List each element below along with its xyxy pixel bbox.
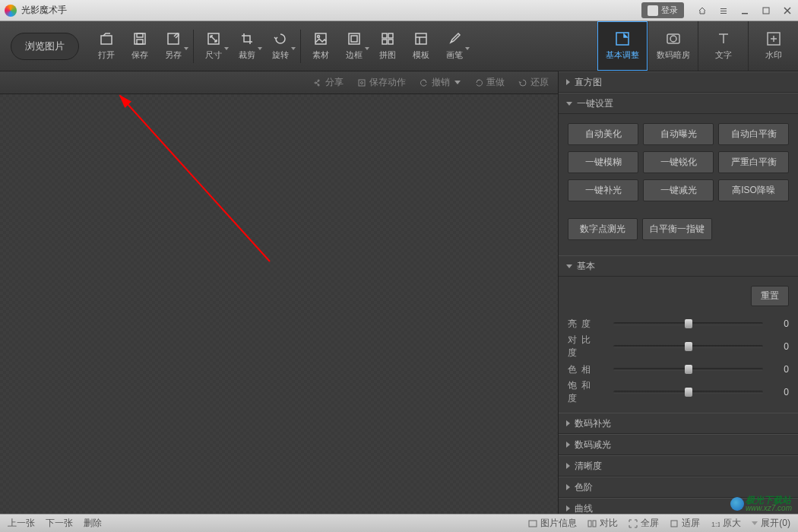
section-collapsed[interactable]: 数码补光 — [559, 413, 798, 434]
text-icon — [715, 31, 732, 46]
open-icon — [99, 31, 114, 46]
slider-色相: 色相0 — [568, 358, 789, 381]
chevron-down-icon — [465, 47, 470, 50]
size-icon — [206, 31, 221, 46]
slider-value: 0 — [771, 387, 789, 397]
login-label: 登录 — [661, 5, 678, 16]
svg-rect-11 — [315, 33, 326, 44]
oneclick-button[interactable]: 自动曝光 — [643, 123, 714, 145]
share-button[interactable]: 分享 — [313, 76, 344, 89]
saveas-icon — [166, 31, 181, 46]
canvas-area: 分享 保存动作 撤销 重做 还原 — [0, 71, 558, 514]
main-toolbar: 浏览图片 打开保存另存尺寸裁剪旋转素材边框拼图模板画笔 基本调整数码暗房文字水印 — [0, 21, 798, 71]
chevron-right-icon — [566, 484, 570, 490]
oneclick-button[interactable]: 数字点测光 — [568, 218, 638, 240]
titlebar: 光影魔术手 登录 — [0, 0, 798, 21]
svg-text:1:1: 1:1 — [711, 521, 720, 528]
oneclick-button[interactable]: 一键减光 — [643, 179, 714, 201]
undo-button[interactable]: 撤销 — [420, 76, 461, 89]
oneclick-button[interactable]: 严重白平衡 — [718, 151, 789, 173]
close-button[interactable] — [777, 3, 798, 18]
slider-thumb[interactable] — [685, 388, 692, 397]
frame-icon — [347, 31, 362, 46]
oneclick-button[interactable]: 自动白平衡 — [718, 123, 789, 145]
maximize-button[interactable] — [755, 3, 777, 18]
section-collapsed[interactable]: 数码减光 — [559, 434, 798, 455]
toolbar-saveas-button[interactable]: 另存 — [157, 31, 190, 61]
darkroom-icon — [665, 31, 682, 46]
svg-rect-27 — [529, 521, 537, 527]
fit-screen-button[interactable]: 适屏 — [670, 517, 700, 530]
toolbar-collage-button[interactable]: 拼图 — [371, 31, 404, 61]
chevron-down-icon — [752, 521, 758, 525]
slider-label: 色相 — [568, 363, 606, 376]
slider-thumb[interactable] — [685, 365, 692, 374]
slider-thumb[interactable] — [685, 342, 692, 351]
chevron-right-icon — [566, 463, 570, 469]
slider-track[interactable] — [613, 368, 763, 371]
home-button[interactable] — [692, 3, 713, 18]
toolbar-crop-button[interactable]: 裁剪 — [230, 31, 264, 61]
section-basic[interactable]: 基本 — [559, 255, 798, 277]
restore-button[interactable]: 还原 — [518, 76, 549, 89]
tab-watermark[interactable]: 水印 — [748, 21, 798, 71]
delete-button[interactable]: 删除 — [84, 517, 102, 530]
toolbar-template-button[interactable]: 模板 — [404, 31, 438, 61]
toolbar-frame-button[interactable]: 边框 — [337, 31, 371, 61]
tab-text[interactable]: 文字 — [698, 21, 748, 71]
reset-button[interactable]: 重置 — [751, 286, 789, 306]
tab-adjust[interactable]: 基本调整 — [597, 21, 648, 71]
prev-image-button[interactable]: 上一张 — [8, 517, 35, 530]
image-info-button[interactable]: 图片信息 — [528, 517, 577, 530]
browse-images-button[interactable]: 浏览图片 — [11, 33, 79, 60]
toolbar-save-button[interactable]: 保存 — [123, 31, 157, 61]
toolbar-rotate-button[interactable]: 旋转 — [264, 31, 297, 61]
app-icon — [5, 5, 17, 17]
login-button[interactable]: 登录 — [641, 2, 684, 18]
svg-rect-24 — [359, 80, 365, 86]
oneclick-button[interactable]: 一键模糊 — [568, 151, 638, 173]
slider-thumb[interactable] — [685, 319, 692, 328]
svg-rect-30 — [671, 521, 677, 527]
canvas[interactable] — [0, 94, 558, 514]
svg-rect-20 — [616, 33, 629, 45]
slider-track[interactable] — [613, 391, 763, 394]
svg-rect-2 — [720, 13, 727, 14]
watermark-icon — [765, 31, 782, 46]
tab-darkroom[interactable]: 数码暗房 — [648, 21, 698, 71]
slider-亮度: 亮度0 — [568, 312, 789, 335]
toolbar-size-button[interactable]: 尺寸 — [197, 31, 230, 61]
save-action-button[interactable]: 保存动作 — [357, 76, 406, 89]
statusbar: 上一张 下一张 删除 图片信息 对比 全屏 适屏 1:1原大 展开(0) — [0, 514, 798, 532]
slider-label: 饱和度 — [568, 379, 606, 405]
oneclick-button[interactable]: 一键补光 — [568, 179, 638, 201]
section-histogram[interactable]: 直方图 — [559, 71, 798, 93]
compare-button[interactable]: 对比 — [587, 517, 618, 530]
basic-body: 重置 亮度0对比度0色相0饱和度0 — [559, 277, 798, 413]
minimize-button[interactable] — [734, 3, 755, 18]
slider-track[interactable] — [613, 345, 763, 348]
settings-button[interactable] — [713, 3, 734, 18]
svg-rect-28 — [588, 521, 591, 527]
section-collapsed[interactable]: 清晰度 — [559, 455, 798, 477]
svg-rect-1 — [720, 11, 727, 11]
oneclick-button[interactable]: 自动美化 — [568, 123, 638, 145]
oneclick-button[interactable]: 一键锐化 — [643, 151, 714, 173]
toolbar-open-button[interactable]: 打开 — [90, 31, 123, 61]
section-oneclick[interactable]: 一键设置 — [559, 93, 798, 114]
toolbar-material-button[interactable]: 素材 — [304, 31, 337, 61]
svg-point-12 — [318, 36, 320, 38]
next-image-button[interactable]: 下一张 — [46, 517, 73, 530]
fullscreen-button[interactable]: 全屏 — [629, 517, 659, 530]
svg-rect-19 — [416, 33, 426, 44]
chevron-down-icon — [566, 264, 572, 268]
material-icon — [313, 31, 328, 46]
oneclick-button[interactable]: 高ISO降噪 — [718, 179, 789, 201]
slider-track[interactable] — [613, 322, 763, 325]
expand-button[interactable]: 展开(0) — [752, 517, 790, 530]
oneclick-button[interactable]: 白平衡一指键 — [642, 218, 712, 240]
toolbar-brush-button[interactable]: 画笔 — [438, 31, 471, 61]
original-size-button[interactable]: 1:1原大 — [711, 517, 741, 530]
toolbar-separator — [193, 30, 194, 63]
redo-button[interactable]: 重做 — [474, 76, 505, 89]
